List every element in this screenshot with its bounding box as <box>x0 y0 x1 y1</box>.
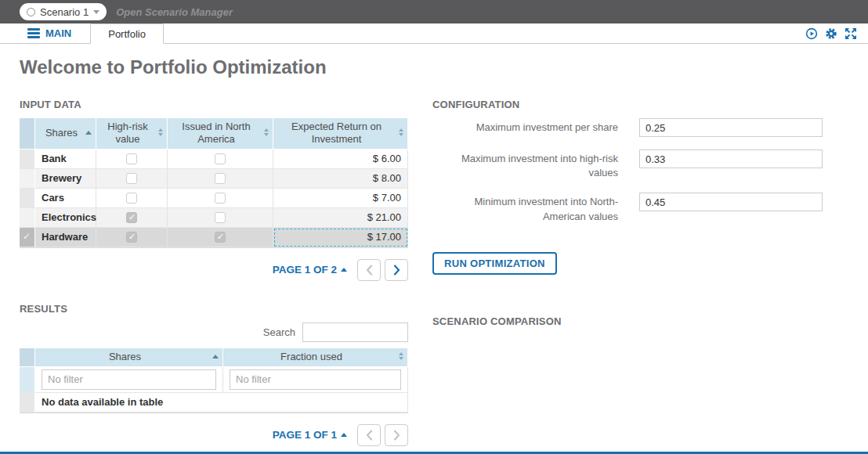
scenario-status-icon <box>27 8 35 16</box>
north-america-checkbox[interactable] <box>215 153 226 164</box>
open-scenario-manager-link[interactable]: Open Scenario Manager <box>116 6 233 18</box>
row-selector-cell <box>20 393 35 413</box>
sort-unsorted-icon <box>158 128 163 136</box>
column-header-label: High-risk value <box>107 121 147 145</box>
field-label: Maximum investment into high-risk values <box>432 150 618 180</box>
tab-portfolio[interactable]: Portfolio <box>90 23 164 44</box>
share-name-cell[interactable]: Bank <box>35 150 96 169</box>
chevron-down-icon <box>93 10 99 14</box>
field-label: Maximum investment per share <box>432 118 618 135</box>
column-header-north-america[interactable]: Issued in North America <box>168 118 273 150</box>
config-field-max-per-share: Maximum investment per share <box>432 118 824 137</box>
fraction-filter-input[interactable] <box>230 369 401 390</box>
column-header-shares[interactable]: Shares <box>35 348 223 367</box>
sort-ascending-icon <box>85 131 92 135</box>
high-risk-checkbox[interactable] <box>126 173 137 184</box>
north-america-checkbox[interactable] <box>215 193 226 204</box>
tab-bar: MAIN Portfolio <box>0 23 868 44</box>
north-america-checkbox[interactable] <box>215 173 226 184</box>
settings-gear-icon[interactable] <box>825 27 837 40</box>
page-content: Welcome to Portfolio Optimization INPUT … <box>0 56 868 446</box>
row-selector-cell[interactable] <box>20 189 35 208</box>
table-row-electronics: Electronics $ 21.00 <box>20 208 408 228</box>
table-row-cars: Cars $ 7.00 <box>20 189 408 208</box>
hamburger-icon <box>27 28 40 38</box>
column-header-expected-return[interactable]: Expected Return on Investment <box>273 118 408 150</box>
results-table-pagination: PAGE 1 OF 1 <box>20 424 408 446</box>
column-header-fraction-used[interactable]: Fraction used <box>223 348 408 367</box>
north-america-cell <box>168 169 273 189</box>
column-header-shares[interactable]: Shares <box>35 118 96 150</box>
empty-message: No data available in table <box>35 393 408 413</box>
expected-return-cell-editing[interactable]: $ 17.00 <box>273 228 408 247</box>
config-field-min-north-american: Minimum investment into North-American v… <box>432 193 824 223</box>
share-name-cell[interactable]: Electronics <box>35 208 96 228</box>
sort-ascending-icon <box>212 355 219 359</box>
high-risk-checkbox[interactable] <box>126 153 137 164</box>
filter-row <box>20 367 408 393</box>
config-field-max-high-risk: Maximum investment into high-risk values <box>432 150 824 180</box>
status-play-icon[interactable] <box>805 27 818 40</box>
high-risk-checkbox[interactable] <box>126 193 137 204</box>
main-menu-button[interactable]: MAIN <box>27 27 71 39</box>
north-america-checkbox[interactable] <box>215 212 226 223</box>
page-title: Welcome to Portfolio Optimization <box>20 56 868 78</box>
prev-page-button[interactable] <box>357 259 381 281</box>
expected-return-cell[interactable]: $ 7.00 <box>273 189 408 208</box>
page-indicator-label: PAGE 1 OF 2 <box>273 264 337 276</box>
column-header-label: Issued in North America <box>182 121 250 145</box>
sort-unsorted-icon <box>264 128 269 136</box>
filter-selector-cell <box>20 367 35 393</box>
results-table: Shares Fraction used <box>20 348 408 413</box>
right-column: CONFIGURATION Maximum investment per sha… <box>432 99 824 446</box>
results-table-header-row: Shares Fraction used <box>20 348 408 367</box>
search-row: Search <box>20 322 408 342</box>
row-selector-cell[interactable] <box>20 208 35 228</box>
search-input[interactable] <box>302 322 408 342</box>
expected-return-cell[interactable]: $ 6.00 <box>273 150 408 169</box>
prev-page-button[interactable] <box>357 424 381 446</box>
expected-return-cell[interactable]: $ 8.00 <box>273 169 408 189</box>
high-risk-checkbox[interactable] <box>126 212 137 223</box>
share-name-cell[interactable]: Cars <box>35 189 96 208</box>
next-page-button[interactable] <box>385 424 408 446</box>
column-header-high-risk[interactable]: High-risk value <box>96 118 168 150</box>
input-table-header-row: Shares High-risk value Issued in North A… <box>20 118 408 150</box>
table-row-brewery: Brewery $ 8.00 <box>20 169 408 189</box>
high-risk-cell <box>96 189 168 208</box>
column-header-label: Fraction used <box>280 351 342 362</box>
page-size-toggle-icon <box>341 433 347 437</box>
share-name-cell[interactable]: Brewery <box>35 169 96 189</box>
results-section: RESULTS Search Shares Fraction use <box>20 303 410 446</box>
table-row-hardware-selected: Hardware $ 17.00 <box>20 228 408 247</box>
row-selector-cell[interactable] <box>20 228 35 247</box>
page-indicator[interactable]: PAGE 1 OF 2 <box>273 264 347 276</box>
table-row-bank: Bank $ 6.00 <box>20 150 408 169</box>
toolbar <box>805 23 857 44</box>
row-selector-cell[interactable] <box>20 150 35 169</box>
row-selector-cell[interactable] <box>20 169 35 189</box>
next-page-button[interactable] <box>385 259 408 281</box>
sort-unsorted-icon <box>399 128 403 136</box>
north-america-cell <box>168 189 273 208</box>
main-menu-label: MAIN <box>45 27 71 39</box>
selector-column-header <box>20 348 35 367</box>
max-investment-high-risk-input[interactable] <box>639 150 823 168</box>
top-bar: Scenario 1 Open Scenario Manager <box>0 0 868 23</box>
page-indicator[interactable]: PAGE 1 OF 1 <box>273 429 347 441</box>
fullscreen-icon[interactable] <box>844 27 857 40</box>
share-name-cell[interactable]: Hardware <box>35 228 96 247</box>
run-optimization-button[interactable]: RUN OPTIMIZATION <box>432 252 557 275</box>
page-size-toggle-icon <box>341 268 347 272</box>
min-investment-north-american-input[interactable] <box>639 193 823 211</box>
north-america-checkbox[interactable] <box>215 232 226 243</box>
high-risk-cell <box>96 169 168 189</box>
scenario-selector[interactable]: Scenario 1 <box>20 3 107 20</box>
shares-filter-input[interactable] <box>42 369 216 390</box>
max-investment-per-share-input[interactable] <box>639 118 823 137</box>
expected-return-cell[interactable]: $ 21.00 <box>273 208 408 228</box>
left-column: INPUT DATA Shares High-risk value Issued… <box>20 99 410 446</box>
high-risk-cell <box>96 208 168 228</box>
high-risk-checkbox[interactable] <box>126 232 137 243</box>
field-label: Minimum investment into North-American v… <box>432 193 618 223</box>
